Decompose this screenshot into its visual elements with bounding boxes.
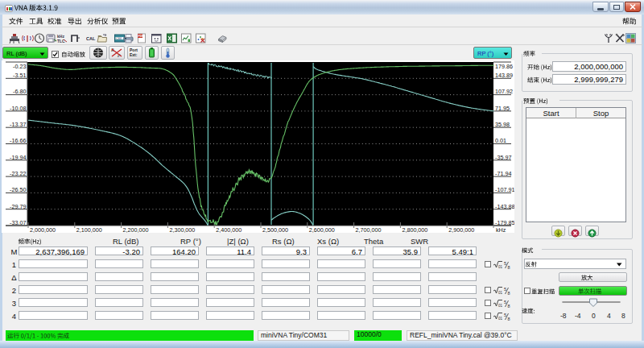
- svg-text:-16.66: -16.66: [10, 137, 26, 144]
- svg-text:-0.23: -0.23: [13, 63, 26, 70]
- svg-text:-10.08: -10.08: [10, 105, 26, 112]
- svg-text:2,400,000: 2,400,000: [216, 226, 242, 234]
- svg-text:71.95: 71.95: [495, 105, 510, 112]
- svg-text:5: 5: [504, 287, 506, 292]
- svg-text:2,100,000: 2,100,000: [76, 226, 102, 234]
- svg-text:2,000,000: 2,000,000: [30, 226, 56, 234]
- svg-text:143.89: 143.89: [495, 72, 513, 79]
- svg-text:-143.88: -143.88: [495, 203, 514, 210]
- svg-text:01: 01: [498, 317, 503, 321]
- svg-text:-19.94: -19.94: [10, 154, 26, 161]
- svg-text:5: 5: [504, 300, 506, 304]
- svg-text:-13.37: -13.37: [10, 121, 26, 128]
- svg-text:2,700,000: 2,700,000: [356, 226, 382, 234]
- svg-text:01: 01: [498, 304, 503, 308]
- svg-text:-29.79: -29.79: [10, 203, 26, 210]
- svg-text:35.98: 35.98: [495, 121, 510, 128]
- svg-text:-107.91: -107.91: [495, 186, 514, 193]
- svg-text:2,600,000: 2,600,000: [309, 226, 335, 234]
- svg-text:-71.94: -71.94: [495, 170, 511, 177]
- svg-text:2,300,000: 2,300,000: [169, 226, 195, 234]
- svg-text:CAL: CAL: [86, 36, 96, 41]
- svg-text:-26.50: -26.50: [10, 186, 26, 193]
- svg-text:107.92: 107.92: [495, 88, 513, 95]
- svg-text:0.01: 0.01: [495, 137, 506, 144]
- svg-text:-179.85: -179.85: [495, 219, 514, 226]
- svg-text:01: 01: [498, 291, 503, 295]
- svg-text:-3.51: -3.51: [13, 72, 26, 79]
- svg-text:5: 5: [504, 313, 506, 317]
- svg-text:kHz: kHz: [496, 226, 506, 234]
- svg-text:8: 8: [508, 304, 510, 309]
- svg-text:01: 01: [498, 265, 503, 269]
- svg-text:2,900,000: 2,900,000: [448, 226, 474, 234]
- svg-text:-33.07: -33.07: [10, 219, 26, 226]
- svg-text:2,200,000: 2,200,000: [123, 226, 149, 234]
- svg-text:PDF: PDF: [138, 35, 145, 38]
- svg-text:8: 8: [508, 291, 510, 296]
- svg-text:8: 8: [508, 265, 510, 270]
- svg-text:-35.97: -35.97: [495, 154, 511, 161]
- svg-text:5: 5: [504, 261, 506, 266]
- svg-text:8: 8: [508, 317, 510, 321]
- svg-text:2,500,000: 2,500,000: [262, 226, 288, 234]
- svg-text:-23.22: -23.22: [10, 170, 26, 177]
- svg-text:CSV: CSV: [116, 37, 122, 40]
- svg-text:2,800,000: 2,800,000: [402, 226, 427, 234]
- svg-text:-6.80: -6.80: [13, 88, 26, 95]
- svg-text:179.86: 179.86: [495, 63, 513, 70]
